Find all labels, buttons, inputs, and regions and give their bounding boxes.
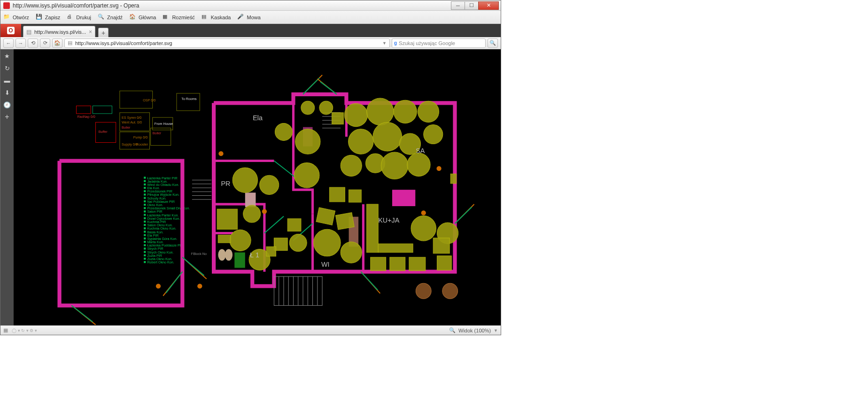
open-button[interactable]: 📁 Otwórz <box>3 14 29 21</box>
home-icon: 🏠 <box>129 14 137 21</box>
svg-line-65 <box>71 306 93 322</box>
svg-rect-37 <box>245 193 256 207</box>
rewind-button[interactable]: ⟲ <box>28 39 38 48</box>
svg-rect-108 <box>433 238 450 254</box>
svg-point-99 <box>314 229 341 256</box>
svg-rect-121 <box>266 247 276 256</box>
svg-rect-13 <box>144 190 146 192</box>
svg-rect-31 <box>144 251 146 253</box>
save-icon: 💾 <box>36 14 43 21</box>
home-button[interactable]: 🏠 Główna <box>129 14 156 21</box>
svg-rect-5 <box>151 128 171 146</box>
svg-point-84 <box>367 98 394 125</box>
svg-rect-95 <box>330 187 345 202</box>
save-button[interactable]: 💾 Zapisz <box>36 14 60 21</box>
opera-app-icon <box>3 2 10 9</box>
es-label: ES Syren 0/0 <box>122 116 141 120</box>
svg-point-111 <box>232 168 257 193</box>
panel-toggle-icon[interactable]: ▦ <box>3 327 8 333</box>
svg-line-71 <box>303 78 319 94</box>
svg-rect-11 <box>144 184 146 185</box>
url-input[interactable]: ▤ http://www.isys.pl/visual/comfort/part… <box>64 39 390 48</box>
find-button[interactable]: 🔍 Znajdź <box>98 14 123 21</box>
svg-point-114 <box>243 205 261 223</box>
svg-rect-36 <box>392 190 415 206</box>
svg-rect-16 <box>144 200 146 202</box>
svg-point-85 <box>394 100 417 123</box>
widgets-panel-icon[interactable]: ↻ <box>3 64 11 72</box>
voice-button[interactable]: 🎤 Mowa <box>237 14 260 21</box>
back-button[interactable]: ← <box>3 39 14 48</box>
svg-point-123 <box>218 249 225 261</box>
tile-icon: ▦ <box>163 14 170 21</box>
window-maximize-button[interactable]: ☐ <box>465 1 479 10</box>
svg-rect-102 <box>378 244 413 252</box>
bookmarks-panel-icon[interactable]: ★ <box>3 52 11 60</box>
add-panel-icon[interactable]: + <box>3 113 11 121</box>
to-rooms-label: To Rooms <box>181 97 197 101</box>
svg-rect-15 <box>144 197 146 199</box>
svg-rect-105 <box>371 257 386 271</box>
boiler2-label: Boiler <box>153 131 162 135</box>
svg-point-124 <box>225 249 232 261</box>
boiler1-label: Boiler <box>122 126 131 130</box>
svg-line-75 <box>264 216 284 233</box>
print-button[interactable]: 🖨 Drukuj <box>67 14 91 21</box>
zoom-label: Widok (100%) <box>458 328 491 333</box>
cascade-button[interactable]: ▤ Kaskada <box>202 14 231 21</box>
svg-rect-23 <box>144 224 146 226</box>
svg-rect-101 <box>367 204 379 253</box>
svg-point-93 <box>381 152 408 179</box>
window-title: http://www.isys.pl/visual/comfort/parter… <box>13 2 139 9</box>
room-label-pr: PR <box>221 180 230 187</box>
search-input[interactable]: g Szukaj używając Google <box>392 39 486 48</box>
new-tab-button[interactable]: + <box>98 28 108 37</box>
forward-button[interactable]: → <box>16 39 26 48</box>
svg-rect-8 <box>93 106 112 113</box>
room-label-kuja: KU+JA <box>378 216 400 224</box>
room-label-wi: WI <box>321 261 330 268</box>
url-dropdown-icon[interactable]: ▼ <box>382 41 387 46</box>
downloads-panel-icon[interactable]: ⬇ <box>3 89 11 96</box>
svg-rect-96 <box>349 190 362 202</box>
notes-panel-icon[interactable]: ▬ <box>3 77 11 84</box>
svg-point-83 <box>344 103 367 126</box>
google-icon: g <box>394 40 397 46</box>
page-content[interactable]: OSP 0/0 To Rooms From House ES Syren 0/0… <box>14 49 501 325</box>
svg-rect-29 <box>144 244 146 246</box>
search-placeholder: Szukaj używając Google <box>399 40 455 46</box>
window-titlebar: http://www.isys.pl/visual/comfort/parter… <box>0 0 501 11</box>
pump-label: Pump 0/0 <box>133 136 148 139</box>
search-go-button[interactable]: 🔍 <box>488 39 498 48</box>
tile-button[interactable]: ▦ Rozmieść <box>163 14 194 21</box>
svg-rect-30 <box>144 247 146 249</box>
svg-point-120 <box>289 234 307 252</box>
window-close-button[interactable]: ✕ <box>478 1 499 10</box>
reload-button[interactable]: ⟳ <box>40 39 50 48</box>
opera-menu-button[interactable]: O <box>0 24 21 37</box>
svg-rect-79 <box>332 113 344 124</box>
svg-rect-117 <box>218 235 231 243</box>
sync-icons[interactable]: ◯ ▾ ↻ ▾ ⚙ ▾ <box>12 328 37 333</box>
url-text: http://www.isys.pl/visual/comfort/parter… <box>75 40 172 46</box>
address-bar: ← → ⟲ ⟳ 🏠 ▤ http://www.isys.pl/visual/co… <box>0 37 501 49</box>
svg-rect-32 <box>144 254 146 256</box>
tab-close-icon[interactable]: × <box>89 29 92 35</box>
zoom-dropdown-icon[interactable]: ▼ <box>494 328 498 333</box>
supply-label: Supply 0/0 <box>122 143 138 146</box>
room-label-ela: Ela <box>253 114 263 122</box>
svg-rect-110 <box>450 174 456 184</box>
tab-active[interactable]: ▤ http://www.isys.pl/vis... × <box>23 26 95 37</box>
svg-point-78 <box>319 101 333 115</box>
history-panel-icon[interactable]: 🕘 <box>3 101 11 108</box>
svg-rect-25 <box>144 231 146 232</box>
svg-rect-98 <box>336 213 355 230</box>
window-minimize-button[interactable]: ─ <box>451 1 465 10</box>
home-nav-button[interactable]: 🏠 <box>52 39 62 48</box>
zoom-icon[interactable]: 🔍 <box>449 327 456 333</box>
svg-rect-10 <box>144 180 146 182</box>
svg-rect-21 <box>144 217 146 219</box>
folder-icon: 📁 <box>3 14 11 21</box>
svg-point-128 <box>262 209 267 214</box>
rooster-label: Rooster <box>136 143 148 146</box>
